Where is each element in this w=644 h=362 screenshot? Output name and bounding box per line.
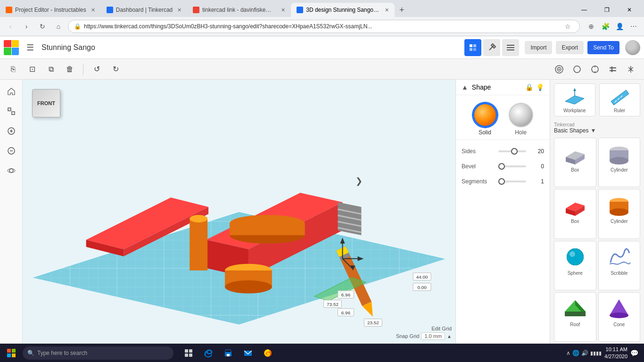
shape-sphere-teal[interactable]: Sphere — [554, 241, 596, 290]
hole-option[interactable]: Hole — [509, 103, 533, 136]
firefox-icon[interactable] — [258, 345, 277, 362]
user-avatar[interactable] — [625, 40, 640, 55]
svg-point-9 — [559, 68, 560, 70]
delete-button[interactable]: 🗑 — [62, 62, 77, 77]
import-button[interactable]: Import — [525, 41, 552, 54]
duplicate-button[interactable]: ⧉ — [43, 62, 58, 77]
viewport[interactable]: FRONT — [23, 80, 455, 344]
lock-icon[interactable]: 🔒 — [525, 83, 533, 91]
more-options-icon[interactable]: ⋯ — [627, 20, 640, 33]
url-input[interactable]: 🔒 https://www.tinkercad.com/things/3DSoU… — [68, 20, 580, 33]
snap-up-button[interactable]: ▲ — [447, 334, 452, 339]
tab-close[interactable]: ✕ — [281, 7, 285, 13]
back-button[interactable]: ‹ — [4, 20, 17, 33]
zoom-out-button[interactable] — [3, 143, 19, 159]
minimize-button[interactable]: — — [573, 3, 595, 17]
tray-battery-icon[interactable]: ▮▮▮▮ — [590, 350, 602, 356]
svg-marker-56 — [565, 312, 586, 316]
store-icon[interactable] — [219, 345, 238, 362]
shape-roof-green[interactable]: Roof — [554, 292, 596, 342]
tray-network-icon[interactable]: 🌐 — [572, 350, 579, 356]
tray-up-arrow[interactable]: ∧ — [566, 350, 570, 356]
bevel-value: 0 — [530, 163, 544, 170]
tab-tinkercad-active[interactable]: 3D design Stunning Sango | Tink... ✕ — [291, 3, 395, 17]
view-cube[interactable]: FRONT — [32, 89, 65, 122]
profile-icon[interactable]: 👤 — [613, 20, 626, 33]
flat-view-button[interactable] — [502, 39, 519, 56]
new-tab-button[interactable]: + — [395, 3, 409, 17]
redo-button[interactable]: ↻ — [108, 62, 123, 77]
view-mode-buttons — [464, 39, 519, 56]
forward-button[interactable]: › — [20, 20, 33, 33]
grille-line1 — [338, 209, 362, 214]
export-button[interactable]: Export — [556, 41, 584, 54]
fit-view-button[interactable] — [3, 103, 19, 119]
tray-volume-icon[interactable]: 🔊 — [581, 350, 588, 356]
home-view-button[interactable] — [3, 83, 19, 99]
edge-browser-icon[interactable] — [199, 345, 218, 362]
edit-grid-button[interactable]: Edit Grid — [431, 326, 452, 331]
panel-icons: 🔒 💡 — [525, 83, 544, 91]
taskview-button[interactable] — [179, 345, 198, 362]
shape-cyl-gray[interactable]: Cylinder — [598, 138, 641, 187]
undo-button[interactable]: ↺ — [89, 62, 104, 77]
align-icon[interactable] — [605, 62, 620, 77]
cube-front-face[interactable]: FRONT — [32, 89, 60, 117]
ruler-tool[interactable]: Ruler — [599, 83, 641, 116]
3d-view-button[interactable] — [464, 39, 481, 56]
circle-icon[interactable] — [570, 62, 585, 77]
tab-dashboard[interactable]: Dashboard | Tinkercad ✕ — [101, 3, 188, 17]
url-text: https://www.tinkercad.com/things/3DSoUm0… — [84, 23, 559, 30]
panel-collapse-arrow[interactable]: ❯ — [354, 174, 363, 188]
bulb-icon[interactable]: 💡 — [536, 83, 544, 91]
start-button[interactable] — [2, 345, 21, 362]
tab-instructables[interactable]: Project Editor - Instructables ✕ — [0, 3, 101, 17]
grid-edge-right — [239, 212, 446, 259]
refresh-objects-icon[interactable] — [587, 62, 603, 77]
system-clock[interactable]: 10:11 AM 4/27/2020 — [604, 346, 627, 361]
copy-button[interactable]: ⎘ — [6, 62, 21, 77]
solid-option[interactable]: Solid — [473, 103, 497, 136]
shape-cyl-orange[interactable]: Cylinder — [598, 189, 641, 239]
shape-box-red[interactable]: Box — [554, 189, 596, 239]
maximize-button[interactable]: ❐ — [596, 3, 618, 17]
tab-gmail[interactable]: tinkercad link - davinfiske@gma... ✕ — [187, 3, 291, 17]
panel-collapse-button[interactable]: ▲ — [462, 83, 468, 91]
hole-circle — [509, 103, 533, 127]
shape-scribble[interactable]: Scribble — [598, 241, 641, 290]
basic-shapes-dropdown[interactable]: Basic Shapes ▼ — [554, 127, 596, 134]
main-content: FRONT — [0, 80, 644, 344]
orbit-button[interactable] — [3, 163, 19, 179]
dim-box-1 — [338, 291, 354, 298]
sides-label: Sides — [462, 148, 495, 155]
tinkercad-logo[interactable] — [4, 40, 19, 55]
bevel-slider[interactable] — [498, 165, 526, 167]
tab-close[interactable]: ✕ — [177, 7, 182, 13]
paste-button[interactable]: ⊡ — [25, 62, 40, 77]
workplane-tool[interactable]: Workplane — [554, 83, 595, 116]
close-button[interactable]: ✕ — [619, 3, 640, 17]
tinkercad-brand-label: Tinkercad Basic Shapes ▼ — [554, 122, 596, 134]
sendto-button[interactable]: Send To — [587, 41, 619, 54]
target-icon[interactable] — [552, 62, 567, 77]
zoom-in-button[interactable] — [3, 123, 19, 139]
svg-point-44 — [610, 157, 628, 165]
tab-close[interactable]: ✕ — [91, 7, 95, 13]
shape-cone-purple[interactable]: Cone — [598, 292, 641, 342]
notification-icon[interactable]: 💬 — [630, 349, 638, 357]
extensions-icon[interactable]: 🧩 — [599, 20, 612, 33]
mirror-icon[interactable] — [623, 62, 638, 77]
menu-button[interactable]: ☰ — [23, 40, 38, 55]
taskbar-search[interactable]: 🔍 Type here to search — [23, 346, 173, 360]
tab-close[interactable]: ✕ — [385, 7, 389, 13]
mail-icon[interactable] — [239, 345, 257, 362]
bookmark-icon[interactable]: ☆ — [561, 20, 574, 33]
zoom-icon[interactable]: ⊕ — [585, 20, 598, 33]
hammer-view-button[interactable] — [483, 39, 500, 56]
segments-slider[interactable] — [498, 181, 526, 182]
sides-slider[interactable] — [498, 150, 526, 152]
shape-box-gray[interactable]: Box — [554, 138, 596, 187]
snap-value[interactable]: 1.0 mm — [421, 332, 445, 340]
home-button[interactable]: ⌂ — [52, 20, 65, 33]
refresh-button[interactable]: ↻ — [36, 20, 49, 33]
